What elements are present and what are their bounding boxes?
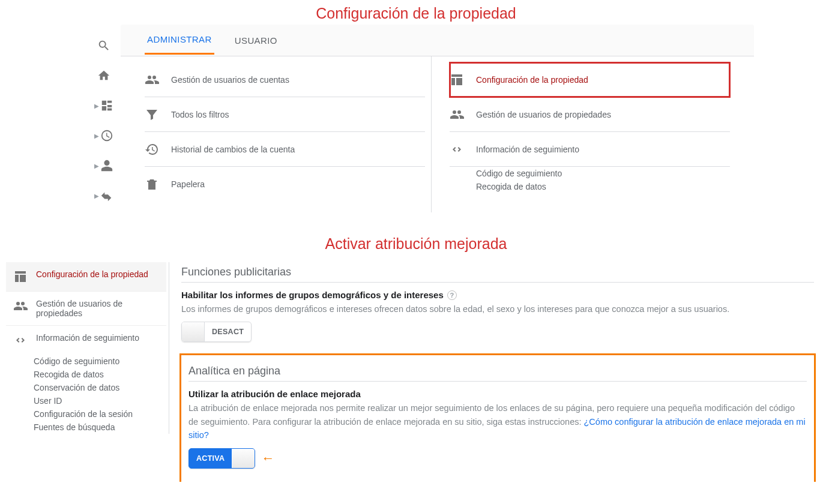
property-user-management[interactable]: Gestión de usuarios de propiedades: [450, 97, 730, 132]
row-label: Gestión de usuarios de propiedades: [476, 110, 611, 119]
left-rail: ▶ ▶ ▶ ▶: [87, 25, 121, 202]
account-trash[interactable]: Papelera: [145, 167, 425, 202]
row-label: Configuración de la propiedad: [476, 75, 588, 85]
tab-admin[interactable]: ADMINISTRAR: [145, 26, 214, 55]
toggle-label: ACTIVA: [189, 454, 232, 463]
nav-tracking-info[interactable]: Información de seguimiento: [6, 326, 166, 355]
row-label: Todos los filtros: [171, 110, 229, 119]
nav-label: Gestión de usuarios de propiedades: [36, 299, 159, 318]
demographics-desc: Los informes de grupos demográficos e in…: [181, 302, 814, 316]
enhanced-link-desc: La atribución de enlace mejorada nos per…: [188, 401, 807, 442]
demographics-toggle[interactable]: DESACT: [181, 322, 252, 342]
history-icon: [145, 142, 159, 157]
users-icon: [13, 299, 28, 313]
rail-conversions[interactable]: ▶: [94, 189, 113, 202]
demographics-subheading: Habilitar los informes de grupos demográ…: [181, 290, 814, 300]
row-label: Información de seguimiento: [476, 145, 579, 154]
nav-property-settings[interactable]: Configuración de la propiedad: [6, 262, 166, 292]
nav-sub-search-sources[interactable]: Fuentes de búsqueda: [6, 421, 166, 434]
annotation-arrow: ←: [261, 451, 274, 466]
nav-sub-data-collection[interactable]: Recogida de datos: [6, 368, 166, 381]
filter-icon: [145, 107, 159, 122]
nav-property-user-management[interactable]: Gestión de usuarios de propiedades: [6, 292, 166, 326]
account-column: Gestión de usuarios de cuentas Todos los…: [139, 56, 431, 212]
nav-sub-data-retention[interactable]: Conservación de datos: [6, 381, 166, 394]
enhanced-link-label: Utilizar la atribución de enlace mejorad…: [188, 389, 361, 399]
tracking-code-link[interactable]: Código de seguimiento: [450, 167, 730, 180]
ad-features-heading: Funciones publicitarias: [181, 262, 814, 283]
account-user-management[interactable]: Gestión de usuarios de cuentas: [145, 62, 425, 97]
property-left-nav: Configuración de la propiedad Gestión de…: [6, 262, 169, 434]
code-icon: [13, 333, 28, 347]
nav-sub-tracking-code[interactable]: Código de seguimiento: [6, 355, 166, 368]
row-label: Historial de cambios de la cuenta: [171, 145, 295, 154]
toggle-knob: [182, 322, 205, 341]
layout-icon: [450, 73, 464, 87]
row-label: Papelera: [171, 179, 205, 189]
conversion-icon: [100, 189, 113, 202]
annotation-top-title: Configuración de la propiedad: [0, 0, 832, 25]
enhanced-link-subheading: Utilizar la atribución de enlace mejorad…: [188, 389, 807, 399]
tab-user[interactable]: USUARIO: [232, 27, 280, 54]
caret-right-icon: ▶: [94, 193, 99, 199]
inpage-heading: Analítica en página: [188, 361, 807, 382]
rail-realtime[interactable]: ▶: [94, 129, 113, 142]
code-icon: [450, 142, 464, 157]
caret-right-icon: ▶: [94, 103, 99, 109]
nav-sub-session-settings[interactable]: Configuración de la sesión: [6, 407, 166, 421]
admin-columns: Gestión de usuarios de cuentas Todos los…: [121, 56, 754, 212]
nav-sub-user-id[interactable]: User ID: [6, 394, 166, 407]
caret-right-icon: ▶: [94, 163, 99, 169]
property-column: Configuración de la propiedad Gestión de…: [431, 56, 736, 212]
toggle-label: DESACT: [205, 328, 251, 336]
inpage-analytics-callout: Analítica en página Utilizar la atribuci…: [181, 355, 814, 481]
settings-content: Funciones publicitarias Habilitar los in…: [169, 262, 826, 482]
property-tracking-info[interactable]: Información de seguimiento: [450, 132, 730, 167]
person-icon: [100, 159, 113, 172]
nav-label: Información de seguimiento: [36, 333, 139, 343]
caret-right-icon: ▶: [94, 133, 99, 139]
annotation-bottom-title: Activar atribución mejorada: [0, 230, 832, 255]
nav-label: Configuración de la propiedad: [36, 269, 148, 279]
property-settings[interactable]: Configuración de la propiedad: [450, 62, 730, 97]
home-icon[interactable]: [97, 69, 110, 82]
help-icon[interactable]: ?: [447, 290, 457, 300]
rail-audience[interactable]: ▶: [94, 159, 113, 172]
admin-tabs: ADMINISTRAR USUARIO: [121, 25, 754, 56]
account-change-history[interactable]: Historial de cambios de la cuenta: [145, 132, 425, 167]
layout-icon: [13, 269, 28, 284]
clock-icon: [100, 129, 113, 142]
demographics-label: Habilitar los informes de grupos demográ…: [181, 290, 444, 300]
search-icon[interactable]: [97, 39, 110, 52]
row-label: Gestión de usuarios de cuentas: [171, 75, 289, 85]
account-all-filters[interactable]: Todos los filtros: [145, 97, 425, 132]
data-collection-link[interactable]: Recogida de datos: [450, 180, 730, 193]
dashboard-icon: [100, 99, 113, 112]
users-icon: [145, 73, 159, 87]
trash-icon: [145, 177, 159, 191]
users-icon: [450, 107, 464, 122]
rail-customization[interactable]: ▶: [94, 99, 113, 112]
toggle-knob: [232, 449, 255, 468]
enhanced-link-toggle[interactable]: ACTIVA: [188, 448, 255, 469]
